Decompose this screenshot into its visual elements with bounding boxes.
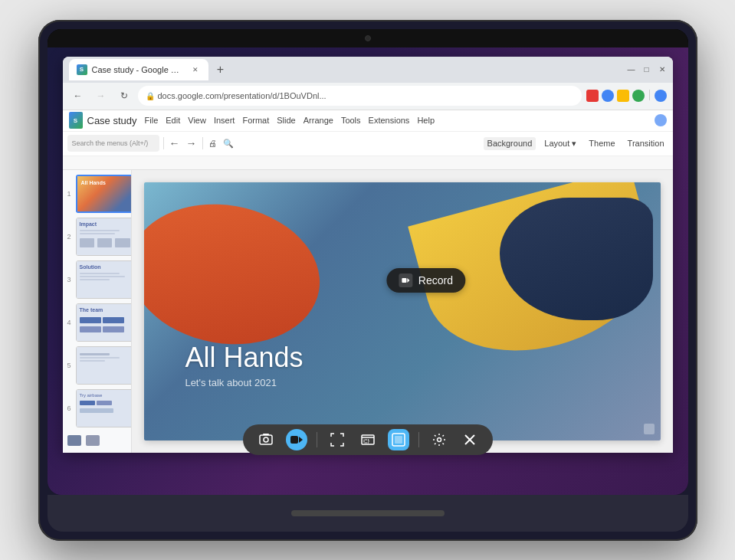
background-btn[interactable]: Background [484,137,536,150]
partial-screen-button[interactable] [388,429,409,450]
svg-point-3 [264,437,268,442]
search-placeholder: Search the menus (Alt+/) [72,139,149,147]
slide-num-4: 4 [67,319,71,326]
address-bar[interactable]: 🔒 docs.google.com/presentation/d/1BOuVDn… [138,86,582,106]
browser-title-bar: S Case study - Google Slides ✕ + — □ ✕ [63,57,673,83]
slides-user-icon[interactable] [655,114,667,126]
browser-extension-icons [586,90,667,102]
toolbar-divider-2 [202,137,203,149]
redo-button[interactable]: → [184,136,199,151]
url-text: docs.google.com/presentation/d/1BOuVDnl.… [158,91,326,100]
slide-num-1: 1 [67,190,71,198]
thumb-content-4: The team [77,304,132,341]
menu-tools[interactable]: Tools [337,114,365,126]
screen-content: S Case study - Google Slides ✕ + — □ ✕ [48,47,688,495]
svg-marker-1 [407,278,409,283]
tab-close-button[interactable]: ✕ [190,64,201,75]
top-bezel [48,29,688,47]
browser-window: S Case study - Google Slides ✕ + — □ ✕ [63,57,673,453]
slides-search[interactable]: Search the menus (Alt+/) [67,135,159,152]
menu-insert[interactable]: Insert [210,114,239,126]
close-button[interactable]: ✕ [658,65,667,74]
record-icon [399,273,412,287]
thumb-content-2: Impact [77,218,132,255]
slide-thumb-6[interactable]: Try airbase [76,389,132,427]
toolbar-buttons: ← → 🖨 🔍 [162,136,236,151]
slides-panel: 1 All Hands 2 I [63,170,132,453]
slide-thumb-2[interactable]: Impact [76,218,132,256]
slides-menu-bar: S Case study File Edit View Insert Forma… [63,110,673,132]
menu-format[interactable]: Format [238,114,273,126]
screenshot-button[interactable] [255,429,277,450]
slide-canvas: All Hands Let's talk about 2021 [144,182,661,440]
new-tab-button[interactable]: + [212,61,230,79]
theme-btn[interactable]: Theme [585,137,619,150]
menu-slide[interactable]: Slide [273,114,299,126]
fullscreen-button[interactable] [326,429,348,450]
slides-toolbar: Search the menus (Alt+/) ← → 🖨 🔍 Backgro… [63,132,673,156]
undo-button[interactable]: ← [167,136,182,151]
tab-favicon: S [77,64,87,75]
menu-extensions[interactable]: Extensions [365,114,414,126]
slides-right-toolbar: Background Layout ▾ Theme Transition [484,137,668,150]
thumb-content-1: All Hands [77,176,132,211]
extension-icon-2[interactable] [602,90,614,102]
layout-btn[interactable]: Layout ▾ [540,137,580,150]
slides-view-toggle [67,432,126,449]
slide-thumb-1[interactable]: All Hands [76,175,132,213]
maximize-button[interactable]: □ [642,65,651,74]
screen-bezel: S Case study - Google Slides ✕ + — □ ✕ [48,29,688,495]
slide-text-area: All Hands Let's talk about 2021 [185,342,303,389]
slide-thumb-3[interactable]: Solution [76,260,132,299]
extension-icon-4[interactable] [632,90,645,102]
record-video-button[interactable] [286,429,307,450]
slides-file-menu: File Edit View Insert Format Slide Arran… [141,114,654,126]
menu-arrange[interactable]: Arrange [300,114,337,126]
slide-thumb-5[interactable] [76,346,132,385]
slide-item-2: 2 Impact [67,218,126,256]
window-controls: — □ ✕ [627,65,667,74]
capture-divider-1 [317,432,317,447]
slide-title: All Hands [185,342,303,373]
menu-file[interactable]: File [141,114,162,126]
slide-item-1: 1 All Hands [67,175,126,213]
tab-title: Case study - Google Slides [92,65,184,74]
settings-button[interactable] [428,429,450,450]
menu-view[interactable]: View [184,114,210,126]
close-capture-button[interactable] [459,429,481,450]
thumb-content-5 [77,347,132,384]
transition-btn[interactable]: Transition [624,137,668,150]
slide-shape-orange [144,189,331,359]
camera [365,35,371,41]
svg-rect-4 [263,434,269,435]
capture-bar [243,424,493,455]
back-button[interactable]: ← [69,87,87,105]
svg-rect-11 [395,436,402,444]
svg-rect-0 [402,278,406,283]
extension-icon-3[interactable] [617,90,629,102]
slide-item-5: 5 [67,346,126,385]
refresh-button[interactable]: ↻ [115,87,133,105]
svg-rect-9 [364,440,369,443]
record-tooltip[interactable]: Record [386,268,465,293]
svg-marker-6 [299,437,303,443]
profile-icon[interactable] [655,90,667,102]
zoom-button[interactable]: 🔍 [221,137,236,150]
forward-button[interactable]: → [92,87,110,105]
browser-tab[interactable]: S Case study - Google Slides ✕ [69,59,208,80]
extension-icon-1[interactable] [586,90,599,102]
minimize-button[interactable]: — [627,65,636,74]
print-button[interactable]: 🖨 [206,137,219,149]
svg-point-12 [437,437,441,441]
grid-view-icon[interactable] [67,435,81,446]
svg-rect-2 [260,435,272,444]
slide-item-6: 6 Try airbase [67,389,126,427]
menu-edit[interactable]: Edit [162,114,184,126]
slide-thumb-4[interactable]: The team [76,303,132,342]
slides-top-right [655,114,667,126]
window-select-button[interactable] [357,429,379,450]
list-view-icon[interactable] [86,435,100,446]
resize-handle[interactable] [644,424,655,434]
toolbar-divider-1 [163,137,164,149]
menu-help[interactable]: Help [413,114,438,126]
